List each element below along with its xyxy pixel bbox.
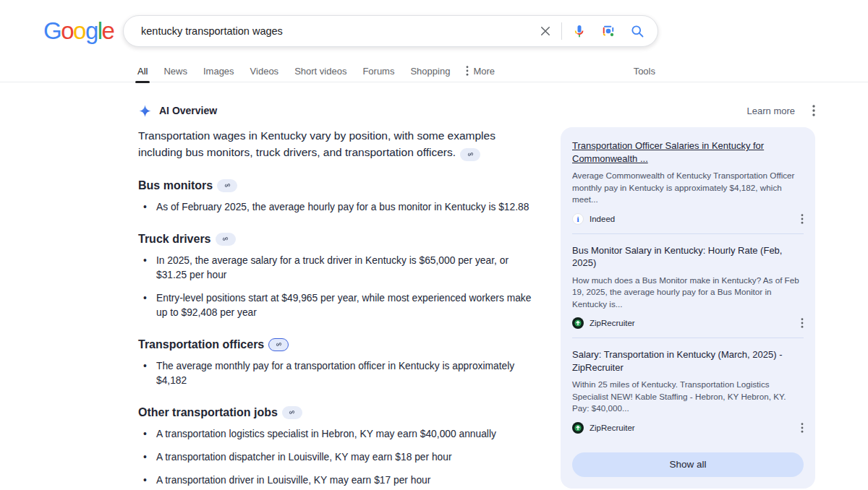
source-name: ZipRecruiter xyxy=(590,319,635,327)
ai-bullet: As of February 2025, the average hourly … xyxy=(138,200,535,215)
ai-bullet: The average monthly pay for a transporta… xyxy=(138,359,535,388)
ziprecruiter-favicon xyxy=(572,317,584,329)
citation-link-icon-highlighted[interactable] xyxy=(268,338,289,351)
logo-letter: o xyxy=(61,17,73,44)
ziprecruiter-favicon xyxy=(572,422,584,434)
search-submit-icon[interactable] xyxy=(629,22,646,40)
logo-letter: e xyxy=(102,17,114,44)
logo-letter: G xyxy=(43,17,61,44)
citation-link-icon[interactable] xyxy=(282,406,302,419)
search-header: Google xyxy=(0,0,868,82)
source-name: Indeed xyxy=(590,215,615,223)
section-heading-text: Truck drivers xyxy=(138,233,211,246)
citation-link-icon[interactable] xyxy=(216,233,236,246)
tab-images[interactable]: Images xyxy=(203,66,234,77)
section-heading-text: Bus monitors xyxy=(138,179,213,192)
source-snippet: Average Commonwealth of Kentucky Transpo… xyxy=(572,170,804,206)
source-card[interactable]: Salary: Transportation in Kentucky (Marc… xyxy=(572,338,804,442)
tab-news[interactable]: News xyxy=(163,66,187,77)
google-lens-icon[interactable] xyxy=(600,22,617,40)
citation-link-icon[interactable] xyxy=(460,148,480,161)
search-input[interactable] xyxy=(141,25,537,37)
microphone-icon[interactable] xyxy=(571,22,588,40)
tab-more-label: More xyxy=(473,66,495,77)
section-heading-text: Transportation officers xyxy=(138,338,264,351)
more-dots-icon xyxy=(466,66,469,76)
ai-bullet: A transportation dispatcher in Louisvill… xyxy=(138,450,535,465)
tools-button[interactable]: Tools xyxy=(634,66,655,77)
tab-videos[interactable]: Videos xyxy=(250,66,279,77)
section-heading-text: Other transportation jobs xyxy=(138,406,278,419)
ai-intro-text: Transportation wages in Kentucky vary by… xyxy=(138,129,495,158)
source-menu-icon[interactable] xyxy=(801,318,804,328)
tab-more[interactable]: More xyxy=(466,66,495,77)
clear-search-icon[interactable] xyxy=(537,22,554,40)
ai-sparkle-icon xyxy=(138,104,152,118)
source-card[interactable]: Transportation Officer Salaries in Kentu… xyxy=(572,129,804,234)
source-menu-icon[interactable] xyxy=(801,214,804,224)
source-snippet: Within 25 miles of Kentucky. Transportat… xyxy=(572,379,804,415)
ai-overview-title: AI Overview xyxy=(159,105,217,116)
logo-letter: g xyxy=(85,17,98,44)
search-bar-divider xyxy=(561,22,562,40)
source-menu-icon[interactable] xyxy=(801,423,804,433)
section-heading-truck-drivers: Truck drivers xyxy=(138,233,549,246)
ai-bullet: Entry-level positions start at $49,965 p… xyxy=(138,291,535,320)
source-title-link[interactable]: Transportation Officer Salaries in Kentu… xyxy=(572,139,804,165)
show-all-button[interactable]: Show all xyxy=(572,452,804,477)
source-card[interactable]: Bus Monitor Salary in Kentucky: Hourly R… xyxy=(572,234,804,339)
source-snippet: How much does a Bus Monitor make in Kent… xyxy=(572,275,804,311)
section-heading-other-jobs: Other transportation jobs xyxy=(138,406,549,419)
ai-overview-body: Transportation wages in Kentucky vary by… xyxy=(138,127,549,490)
source-name: ZipRecruiter xyxy=(590,424,635,432)
google-logo[interactable]: Google xyxy=(43,17,114,45)
result-type-tabs: All News Images Videos Short videos Foru… xyxy=(123,61,658,81)
section-heading-bus-monitors: Bus monitors xyxy=(138,179,549,192)
tab-shopping[interactable]: Shopping xyxy=(410,66,450,77)
source-title-link[interactable]: Bus Monitor Salary in Kentucky: Hourly R… xyxy=(572,244,804,270)
indeed-favicon: i xyxy=(572,213,584,225)
search-bar[interactable] xyxy=(123,15,658,47)
sources-panel: Transportation Officer Salaries in Kentu… xyxy=(561,127,815,489)
ai-bullet: In 2025, the average salary for a truck … xyxy=(138,254,535,283)
ai-intro-paragraph: Transportation wages in Kentucky vary by… xyxy=(138,127,529,161)
logo-letter: o xyxy=(73,17,85,44)
ai-overview-header: AI Overview Learn more xyxy=(138,104,815,117)
ai-bullet: A transportation driver in Louisville, K… xyxy=(138,473,535,488)
tab-forums[interactable]: Forums xyxy=(362,66,394,77)
source-title-link[interactable]: Salary: Transportation in Kentucky (Marc… xyxy=(572,348,804,374)
tab-all[interactable]: All xyxy=(137,66,148,77)
section-heading-transportation-officers: Transportation officers xyxy=(138,338,549,351)
results-area: AI Overview Learn more Transportation wa… xyxy=(138,104,815,490)
learn-more-link[interactable]: Learn more xyxy=(747,106,795,116)
citation-link-icon[interactable] xyxy=(217,179,237,192)
ai-overview-menu-icon[interactable] xyxy=(812,105,815,116)
tab-short-videos[interactable]: Short videos xyxy=(294,66,346,77)
ai-bullet: A transportation logistics specialist in… xyxy=(138,427,535,442)
